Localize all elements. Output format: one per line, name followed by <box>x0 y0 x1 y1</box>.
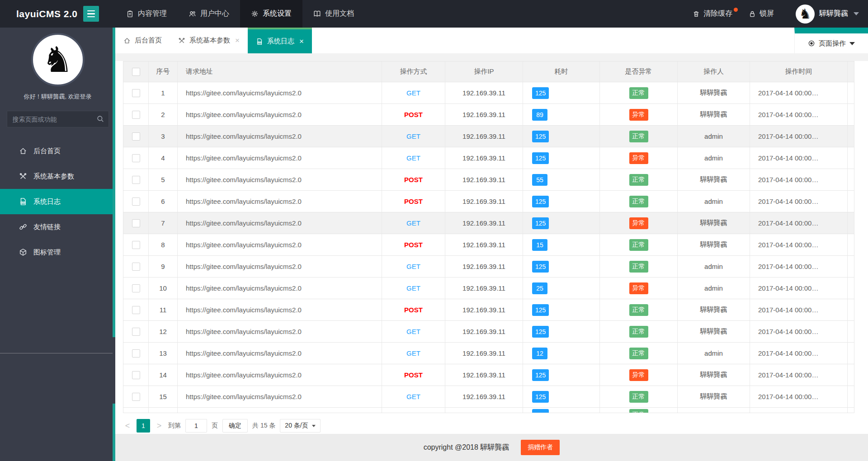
close-icon[interactable]: × <box>299 38 304 45</box>
layuicms-app: layuiCMS 2.0 内容管理 用户中心 系统设置 使用文档 <box>0 0 868 461</box>
cell-request-url: https://gitee.com/layuicms/layuicms2.0 <box>178 321 382 342</box>
method-value: GET <box>406 349 420 357</box>
home-icon <box>19 147 27 155</box>
navbar-right: 清除缓存 锁屏 ♞ 驊驊龔靏 <box>686 0 868 28</box>
cell-method <box>382 408 445 413</box>
cell-status: 异常 <box>600 147 678 169</box>
row-checkbox[interactable] <box>132 284 140 292</box>
user-menu[interactable]: ♞ 驊驊龔靏 <box>784 5 859 24</box>
cell-status: 正常 <box>600 343 678 364</box>
sidebar-item-icons[interactable]: 图标管理 <box>0 240 115 265</box>
duration-badge: 125 <box>532 369 549 381</box>
nav-item-docs[interactable]: 使用文档 <box>302 0 365 28</box>
current-page-button[interactable]: 1 <box>137 419 150 433</box>
page-size-select[interactable]: 20 条/页 <box>280 419 320 433</box>
table-row: 1https://gitee.com/layuicms/layuicms2.0G… <box>123 82 854 104</box>
page-ops-button[interactable]: 页面操作 <box>794 28 868 53</box>
cell-ip: 192.169.39.11 <box>445 364 523 386</box>
lock-screen-button[interactable]: 锁屏 <box>742 0 780 28</box>
cell-duration: 125 <box>523 126 600 147</box>
duration-badge: 55 <box>532 174 547 186</box>
header-cell-gutter <box>848 61 854 82</box>
row-checkbox[interactable] <box>132 328 140 336</box>
close-icon[interactable]: × <box>235 37 240 44</box>
row-checkbox[interactable] <box>132 393 140 401</box>
row-checkbox[interactable] <box>132 89 140 97</box>
trash-icon <box>693 10 700 18</box>
prev-page-button[interactable]: < <box>123 419 132 433</box>
status-badge: 正常 <box>629 87 648 99</box>
method-value: GET <box>406 154 420 162</box>
cell-operator: 驊驊龔靏 <box>678 82 750 103</box>
cell-checkbox <box>123 343 149 364</box>
row-checkbox[interactable] <box>132 371 140 379</box>
username: 驊驊龔靏 <box>819 9 848 19</box>
row-checkbox[interactable] <box>132 111 140 119</box>
row-checkbox[interactable] <box>132 263 140 271</box>
donate-button[interactable]: 捐赠作者 <box>521 440 560 455</box>
cell-time: 2017-04-14 00:00… <box>750 278 848 299</box>
cell-time: 2017-04-14 00:00… <box>750 386 848 407</box>
search-icon[interactable] <box>96 115 104 123</box>
cell-time: 2017-04-14 00:00… <box>750 169 848 190</box>
row-checkbox[interactable] <box>132 154 140 162</box>
row-checkbox[interactable] <box>132 349 140 358</box>
search-input[interactable] <box>7 111 109 127</box>
cell-index: 5 <box>149 169 178 190</box>
cell-checkbox <box>123 212 149 234</box>
cell-method: GET <box>382 386 445 407</box>
tab-syslog[interactable]: 系统日志 × <box>248 28 312 53</box>
greeting-text: 你好！驊驊龔靏, 欢迎登录 <box>0 93 115 101</box>
cell-duration: 125 <box>523 147 600 169</box>
tab-params[interactable]: 系统基本参数 × <box>170 28 248 53</box>
tab-bar: 后台首页 系统基本参数 × 系统日志 × 页面操作 <box>115 28 868 53</box>
tab-home[interactable]: 后台首页 <box>115 28 170 53</box>
sidebar-item-params[interactable]: 系统基本参数 <box>0 164 115 189</box>
method-value: GET <box>406 89 420 97</box>
goto-label: 到第 <box>168 422 181 430</box>
row-checkbox[interactable] <box>132 176 140 184</box>
collapse-menu-button[interactable] <box>83 6 99 22</box>
clear-cache-button[interactable]: 清除缓存 <box>686 0 739 28</box>
tools-icon <box>178 37 185 44</box>
select-all-checkbox[interactable] <box>132 68 140 76</box>
next-page-button[interactable]: > <box>155 419 164 433</box>
tab-label: 系统基本参数 <box>189 36 230 45</box>
row-checkbox[interactable] <box>132 219 140 227</box>
cell-operator: 驊驊龔靏 <box>678 104 750 125</box>
row-checkbox[interactable] <box>132 132 140 141</box>
cell-index: 11 <box>149 299 178 320</box>
cell-ip: 192.169.39.11 <box>445 126 523 147</box>
sidebar-item-syslog[interactable]: 系统日志 <box>0 189 115 214</box>
confirm-page-button[interactable]: 确定 <box>222 419 248 433</box>
nav-item-content[interactable]: 内容管理 <box>115 0 178 28</box>
status-badge: 正常 <box>629 304 648 316</box>
row-checkbox[interactable] <box>132 306 140 314</box>
row-checkbox[interactable] <box>132 241 140 249</box>
duration-badge: 25 <box>532 282 547 294</box>
goto-page-input[interactable] <box>185 419 207 433</box>
cell-request-url: https://gitee.com/layuicms/layuicms2.0 <box>178 234 382 255</box>
table-row: 12https://gitee.com/layuicms/layuicms2.0… <box>123 321 854 343</box>
row-checkbox[interactable] <box>132 198 140 206</box>
status-badge: 正常 <box>629 174 648 186</box>
cell-ip: 192.169.39.11 <box>445 212 523 234</box>
table-row: 9https://gitee.com/layuicms/layuicms2.0G… <box>123 256 854 278</box>
sidebar-item-label: 图标管理 <box>33 248 61 257</box>
sidebar-item-links[interactable]: 友情链接 <box>0 214 115 240</box>
nav-item-settings[interactable]: 系统设置 <box>240 0 302 28</box>
cell-operator: admin <box>678 147 750 169</box>
sidebar-item-label: 系统日志 <box>33 198 61 206</box>
cell-index: 1 <box>149 82 178 103</box>
cell-checkbox <box>123 256 149 277</box>
sidebar-divider <box>0 353 113 353</box>
nav-item-users[interactable]: 用户中心 <box>178 0 240 28</box>
cell-method: POST <box>382 299 445 320</box>
clipboard-icon <box>126 10 134 18</box>
status-badge: 正常 <box>629 131 648 142</box>
duration-badge: 12 <box>532 348 547 359</box>
method-value: GET <box>406 263 420 270</box>
footer: copyright @2018 驊驊龔靏 捐赠作者 <box>115 434 868 461</box>
sidebar-item-home[interactable]: 后台首页 <box>0 138 115 164</box>
cell-gutter <box>848 82 854 103</box>
